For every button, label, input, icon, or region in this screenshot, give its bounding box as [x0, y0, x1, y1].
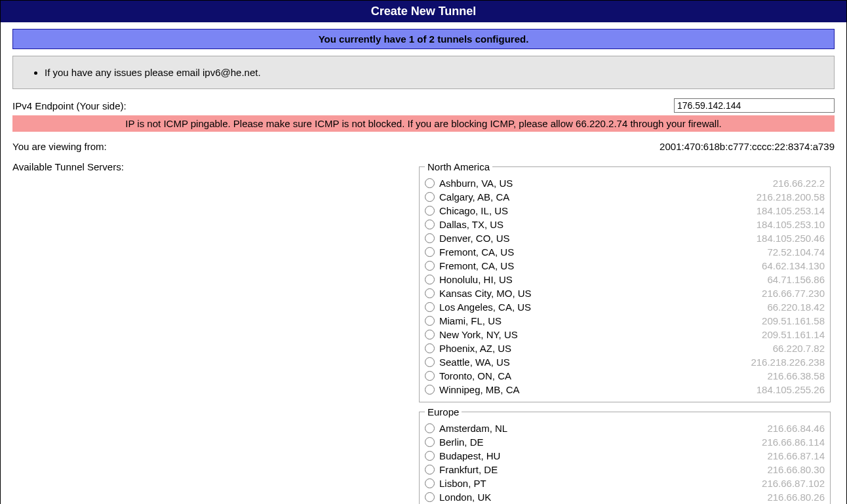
server-row: New York, NY, US209.51.161.14: [425, 328, 825, 341]
server-radio[interactable]: [425, 478, 435, 488]
server-ip: 209.51.161.58: [762, 314, 825, 328]
server-radio-cell: [425, 261, 439, 271]
ipv4-endpoint-label: IPv4 Endpoint (Your side):: [12, 100, 674, 111]
server-ip: 184.105.253.14: [757, 204, 825, 218]
server-ip: 64.62.134.130: [762, 259, 825, 273]
server-radio-cell: [425, 220, 439, 229]
server-row: Dallas, TX, US184.105.253.10: [425, 218, 825, 231]
server-ip: 209.51.161.14: [762, 328, 825, 341]
server-radio[interactable]: [425, 492, 435, 502]
server-radio[interactable]: [425, 316, 435, 326]
server-radio-cell: [425, 492, 439, 502]
server-city: Los Angeles, CA, US: [439, 300, 531, 314]
server-ip: 66.220.7.82: [773, 341, 825, 355]
server-ip: 184.105.253.10: [757, 218, 825, 231]
server-ip: 216.66.38.58: [767, 369, 825, 383]
server-city: Chicago, IL, US: [439, 204, 508, 218]
server-row: Winnipeg, MB, CA184.105.255.26: [425, 383, 825, 397]
server-radio[interactable]: [425, 385, 435, 395]
server-radio-cell: [425, 357, 439, 367]
server-row: Ashburn, VA, US216.66.22.2: [425, 176, 825, 190]
server-row: Fremont, CA, US64.62.134.130: [425, 259, 825, 273]
server-city: Budapest, HU: [439, 449, 500, 463]
server-ip: 216.66.80.30: [767, 463, 825, 476]
server-radio-cell: [425, 437, 439, 447]
server-radio[interactable]: [425, 357, 435, 367]
server-row: Calgary, AB, CA216.218.200.58: [425, 190, 825, 204]
server-city: Calgary, AB, CA: [439, 190, 509, 204]
server-radio[interactable]: [425, 288, 435, 298]
content-area: You currently have 1 of 2 tunnels config…: [1, 22, 846, 504]
server-city: Dallas, TX, US: [439, 218, 503, 231]
server-radio-cell: [425, 465, 439, 475]
server-radio[interactable]: [425, 220, 435, 229]
server-radio[interactable]: [425, 423, 435, 433]
server-radio[interactable]: [425, 247, 435, 257]
server-radio-cell: [425, 451, 439, 461]
server-ip: 216.66.22.2: [773, 176, 825, 190]
server-ip: 216.66.84.46: [767, 421, 825, 435]
server-row: Honolulu, HI, US64.71.156.86: [425, 273, 825, 286]
server-city: Kansas City, MO, US: [439, 286, 532, 300]
server-ip: 64.71.156.86: [767, 273, 825, 286]
server-ip: 216.66.86.114: [762, 435, 825, 449]
server-radio[interactable]: [425, 206, 435, 216]
server-radio[interactable]: [425, 275, 435, 284]
server-radio[interactable]: [425, 330, 435, 339]
server-ip: 216.66.87.14: [767, 449, 825, 463]
server-city: Fremont, CA, US: [439, 245, 514, 259]
server-city: Denver, CO, US: [439, 231, 510, 245]
page-title: Create New Tunnel: [1, 1, 846, 22]
ipv4-endpoint-row: IPv4 Endpoint (Your side):: [12, 98, 835, 113]
server-radio[interactable]: [425, 465, 435, 475]
server-radio[interactable]: [425, 302, 435, 312]
region-legend: North America: [425, 161, 492, 172]
server-ip: 216.66.80.26: [767, 490, 825, 504]
server-radio[interactable]: [425, 371, 435, 381]
server-row: Denver, CO, US184.105.250.46: [425, 231, 825, 245]
server-row: Chicago, IL, US184.105.253.14: [425, 204, 825, 218]
server-radio[interactable]: [425, 192, 435, 202]
server-ip: 66.220.18.42: [767, 300, 825, 314]
server-row: Frankfurt, DE216.66.80.30: [425, 463, 825, 476]
server-row: Fremont, CA, US72.52.104.74: [425, 245, 825, 259]
server-city: Amsterdam, NL: [439, 421, 507, 435]
region-legend: Europe: [425, 406, 462, 417]
server-radio-cell: [425, 247, 439, 257]
server-radio-cell: [425, 288, 439, 298]
server-city: Fremont, CA, US: [439, 259, 514, 273]
server-row: Kansas City, MO, US216.66.77.230: [425, 286, 825, 300]
server-radio[interactable]: [425, 261, 435, 271]
viewing-from-label: You are viewing from:: [12, 141, 660, 152]
server-radio-cell: [425, 233, 439, 243]
server-city: Miami, FL, US: [439, 314, 502, 328]
server-city: Phoenix, AZ, US: [439, 341, 511, 355]
server-radio[interactable]: [425, 451, 435, 461]
tunnel-count-banner: You currently have 1 of 2 tunnels config…: [12, 29, 835, 49]
server-ip: 216.218.200.58: [757, 190, 825, 204]
region-fieldset: EuropeAmsterdam, NL216.66.84.46Berlin, D…: [419, 406, 831, 504]
viewing-from-value: 2001:470:618b:c777:cccc:22:8374:a739: [660, 141, 835, 152]
server-row: Berlin, DE216.66.86.114: [425, 435, 825, 449]
server-ip: 72.52.104.74: [767, 245, 825, 259]
server-radio[interactable]: [425, 437, 435, 447]
server-radio-cell: [425, 192, 439, 202]
notice-list: If you have any issues please email ipv6…: [45, 67, 827, 78]
server-ip: 216.218.226.238: [751, 355, 825, 369]
server-city: Seattle, WA, US: [439, 355, 510, 369]
server-radio-cell: [425, 206, 439, 216]
server-radio-cell: [425, 423, 439, 433]
server-radio[interactable]: [425, 343, 435, 353]
server-city: Ashburn, VA, US: [439, 176, 513, 190]
server-city: Winnipeg, MB, CA: [439, 383, 520, 397]
ipv4-endpoint-input[interactable]: [674, 98, 835, 113]
icmp-error-banner: IP is not ICMP pingable. Please make sur…: [12, 115, 835, 132]
server-radio[interactable]: [425, 233, 435, 243]
server-row: Amsterdam, NL216.66.84.46: [425, 421, 825, 435]
server-city: Honolulu, HI, US: [439, 273, 513, 286]
server-row: Budapest, HU216.66.87.14: [425, 449, 825, 463]
server-row: London, UK216.66.80.26: [425, 490, 825, 504]
server-radio-cell: [425, 343, 439, 353]
server-radio[interactable]: [425, 178, 435, 188]
server-city: Berlin, DE: [439, 435, 484, 449]
